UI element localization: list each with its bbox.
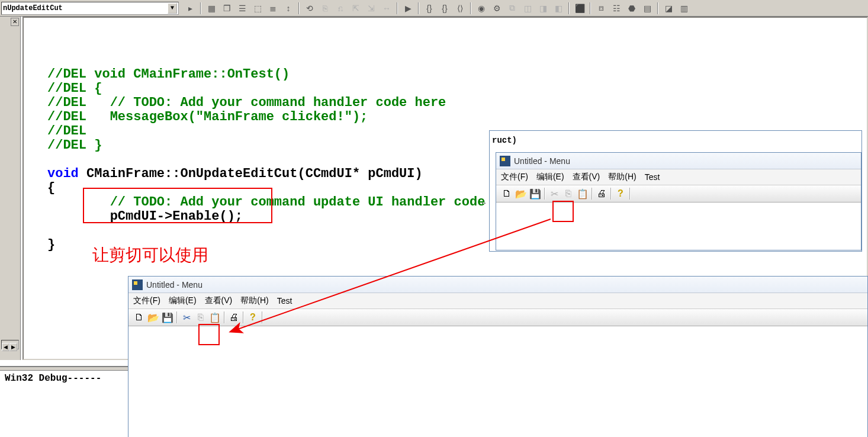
code-line: //DEL void CMainFrame::OnTest() <box>47 67 290 82</box>
tb-separator <box>200 2 201 14</box>
tb-brace-icon[interactable]: {} <box>438 2 451 15</box>
tb-separator <box>418 2 419 14</box>
tb-icon[interactable]: ⟲ <box>303 2 316 15</box>
tb-icon[interactable]: ⬛ <box>573 2 586 15</box>
window-title: Untitled - Menu <box>514 156 570 166</box>
tb-separator <box>568 2 570 14</box>
save-icon[interactable]: 💾 <box>528 187 542 201</box>
tb-separator <box>590 2 591 14</box>
paste-icon[interactable]: 📋 <box>576 187 590 201</box>
tb-icon[interactable]: ⎘ <box>319 2 332 15</box>
tb-icon[interactable]: ❐ <box>220 2 233 15</box>
tb-icon[interactable]: ◪ <box>662 2 675 15</box>
open-icon[interactable]: 📂 <box>146 310 160 324</box>
app-window-disabled-cut: ruct) .. Untitled - Menu 文件(F) 编辑(E) 查看(… <box>489 130 862 252</box>
titlebar[interactable]: Untitled - Menu <box>128 277 867 293</box>
menu-file[interactable]: 文件(F) <box>501 172 528 182</box>
code-line: void CMainFrame::OnUpdateEditCut(CCmdUI*… <box>47 166 423 181</box>
tb-separator <box>591 188 593 200</box>
tb-icon[interactable]: ▦ <box>205 2 218 15</box>
tb-separator <box>224 311 225 323</box>
paste-icon[interactable]: 📋 <box>208 310 222 324</box>
menu-view[interactable]: 查看(V) <box>205 295 233 306</box>
tb-separator <box>610 188 612 200</box>
print-icon[interactable]: 🖨 <box>227 310 241 324</box>
help-icon[interactable]: ? <box>246 310 260 324</box>
open-icon[interactable]: 📂 <box>514 187 528 201</box>
scroll-left[interactable]: ◀ <box>2 343 9 351</box>
window-title: Untitled - Menu <box>146 280 202 290</box>
cut-icon[interactable]: ✂ <box>179 310 194 324</box>
tb-icon[interactable]: ◉ <box>475 2 488 15</box>
tb-icon[interactable]: ▥ <box>677 2 690 15</box>
tb-icon[interactable]: ⬣ <box>625 2 638 15</box>
code-line: //DEL { <box>47 81 102 96</box>
tb-icon[interactable]: ☷ <box>610 2 623 15</box>
code-line: //DEL MessageBox("MainFrame clicked!"); <box>47 110 368 124</box>
tb-icon[interactable]: ◨ <box>536 2 549 15</box>
new-icon[interactable]: 🗋 <box>132 310 146 324</box>
combo-dropdown-arrow[interactable]: ▼ <box>168 3 177 14</box>
code-line <box>47 152 55 167</box>
tb-icon[interactable]: ☰ <box>236 2 249 15</box>
tb-icon[interactable]: ⚙ <box>490 2 503 15</box>
menu-edit[interactable]: 编辑(E) <box>169 295 197 306</box>
tb-icon[interactable]: ⬚ <box>251 2 264 15</box>
partial-ruct: ruct) <box>492 136 517 145</box>
code-line: //DEL } <box>47 138 102 153</box>
app-toolbar: 🗋 📂 💾 ✂ ⎘ 📋 🖨 ? <box>128 309 867 326</box>
tb-separator <box>470 2 471 14</box>
titlebar[interactable]: Untitled - Menu <box>496 153 861 169</box>
workspace-panel: ✕ ◀▶ <box>0 17 21 360</box>
print-icon[interactable]: 🖨 <box>594 187 609 201</box>
menu-edit[interactable]: 编辑(E) <box>536 172 564 182</box>
tb-icon[interactable]: ⟨⟩ <box>454 2 467 15</box>
copy-icon[interactable]: ⎘ <box>194 310 208 324</box>
code-line: } <box>47 237 55 252</box>
member-combo[interactable]: nUpdateEditCut ▼ <box>1 2 179 15</box>
menu-file[interactable]: 文件(F) <box>133 295 160 306</box>
tb-separator <box>544 188 545 200</box>
ide-top-toolbar: nUpdateEditCut ▼ ▸ ▦ ❐ ☰ ⬚ ≣ ↕ ⟲ ⎘ ⎌ ⇱ ⇲… <box>0 0 868 17</box>
tb-icon[interactable]: ↔ <box>380 2 393 15</box>
scroll-right[interactable]: ▶ <box>9 343 17 351</box>
copy-icon[interactable]: ⎘ <box>561 187 576 201</box>
tb-brace-icon[interactable]: {} <box>423 2 436 15</box>
tb-icon[interactable]: ▤ <box>641 2 654 15</box>
tb-icon[interactable]: ≣ <box>266 2 279 15</box>
tb-icon[interactable]: ⇱ <box>349 2 362 15</box>
tb-icon[interactable]: ◧ <box>552 2 565 15</box>
top-toolbar-icons: ▸ ▦ ❐ ☰ ⬚ ≣ ↕ ⟲ ⎘ ⎌ ⇱ ⇲ ↔ ▶ {} {} ⟨⟩ ◉ ⚙… <box>184 2 690 15</box>
code-line <box>47 53 55 68</box>
tb-icon[interactable]: ▸ <box>184 2 197 15</box>
tb-separator <box>397 2 398 14</box>
menu-test[interactable]: Test <box>277 296 292 306</box>
menu-test[interactable]: Test <box>645 172 660 182</box>
code-line: //DEL <box>47 124 94 139</box>
panel-close-button[interactable]: ✕ <box>11 18 19 26</box>
menubar: 文件(F) 编辑(E) 查看(V) 帮助(H) Test <box>128 293 867 309</box>
app-icon <box>500 156 510 166</box>
tb-icon[interactable]: ⧉ <box>506 2 519 15</box>
tb-separator <box>657 2 658 14</box>
tb-separator <box>262 311 263 323</box>
tb-icon[interactable]: ↕ <box>282 2 295 15</box>
app-toolbar: 🗋 📂 💾 ✂ ⎘ 📋 🖨 ? <box>496 185 861 203</box>
menu-view[interactable]: 查看(V) <box>573 172 600 182</box>
annotation-text: 让剪切可以使用 <box>92 244 208 266</box>
tb-separator <box>243 311 244 323</box>
tb-icon[interactable]: ⧈ <box>594 2 607 15</box>
cut-icon[interactable]: ✂ <box>547 187 561 201</box>
client-area <box>496 203 861 250</box>
tb-icon[interactable]: ⇲ <box>365 2 378 15</box>
tb-icon[interactable]: ▶ <box>401 2 414 15</box>
menu-help[interactable]: 帮助(H) <box>608 172 636 182</box>
tb-icon[interactable]: ⎌ <box>334 2 347 15</box>
save-icon[interactable]: 💾 <box>160 310 175 324</box>
menu-help[interactable]: 帮助(H) <box>240 295 268 306</box>
new-icon[interactable]: 🗋 <box>500 187 514 201</box>
help-icon[interactable]: ? <box>613 187 628 201</box>
client-area <box>128 326 867 437</box>
menubar: 文件(F) 编辑(E) 查看(V) 帮助(H) Test <box>496 169 861 185</box>
tb-icon[interactable]: ◫ <box>521 2 534 15</box>
